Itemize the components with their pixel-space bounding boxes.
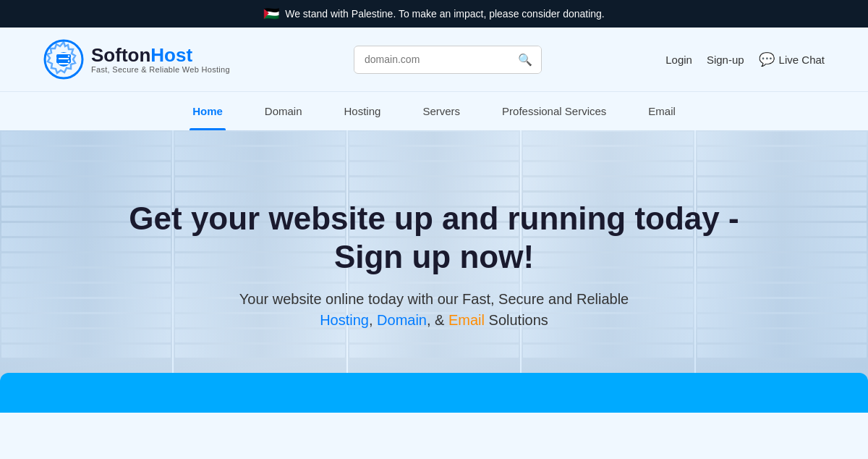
svg-point-8 [68, 55, 69, 56]
nav-professional-services[interactable]: Professional Services [499, 92, 609, 130]
hero-comma1: , [369, 312, 373, 328]
hero-conjunction: , & [427, 312, 448, 328]
hero-section: Get your website up and running today - … [0, 130, 868, 413]
logo-text: SoftonHost Fast, Secure & Reliable Web H… [91, 45, 230, 75]
live-chat-button[interactable]: 💬 Live Chat [759, 51, 825, 67]
svg-point-9 [68, 60, 69, 62]
chat-icon: 💬 [759, 51, 775, 67]
search-button[interactable]: 🔍 [509, 46, 541, 73]
hero-highlight-email: Email [448, 312, 485, 328]
live-chat-label: Live Chat [779, 54, 825, 66]
hero-title: Get your website up and running today - … [109, 200, 760, 277]
signup-link[interactable]: Sign-up [707, 54, 744, 66]
hero-highlight-hosting: Hosting [320, 312, 369, 328]
login-link[interactable]: Login [665, 54, 692, 66]
search-bar: 🔍 [354, 46, 542, 74]
hero-solutions: Solutions [485, 312, 548, 328]
logo-softon: Softon [91, 44, 150, 66]
header-actions: Login Sign-up 💬 Live Chat [665, 51, 825, 67]
nav-domain[interactable]: Domain [262, 92, 305, 130]
hero-subtitle: Your website online today with our Fast,… [109, 291, 760, 308]
logo[interactable]: SoftonHost Fast, Secure & Reliable Web H… [43, 39, 230, 80]
logo-host: Host [150, 44, 192, 66]
nav-hosting[interactable]: Hosting [341, 92, 384, 130]
nav-bar: Home Domain Hosting Servers Professional… [0, 91, 868, 130]
nav-email[interactable]: Email [645, 92, 678, 130]
palestine-flag: 🇵🇸 [263, 6, 279, 22]
hero-content: Get your website up and running today - … [109, 200, 760, 329]
logo-icon [43, 39, 84, 80]
header: SoftonHost Fast, Secure & Reliable Web H… [0, 28, 868, 91]
hero-highlights: Hosting, Domain, & Email Solutions [109, 312, 760, 329]
nav-home[interactable]: Home [190, 92, 226, 130]
cta-strip[interactable] [0, 373, 868, 413]
hero-highlight-domain: Domain [377, 312, 427, 328]
logo-tagline: Fast, Secure & Reliable Web Hosting [91, 65, 230, 74]
top-banner: 🇵🇸 We stand with Palestine. To make an i… [0, 0, 868, 28]
banner-text: We stand with Palestine. To make an impa… [285, 8, 605, 20]
search-input[interactable] [354, 47, 509, 72]
nav-servers[interactable]: Servers [420, 92, 463, 130]
